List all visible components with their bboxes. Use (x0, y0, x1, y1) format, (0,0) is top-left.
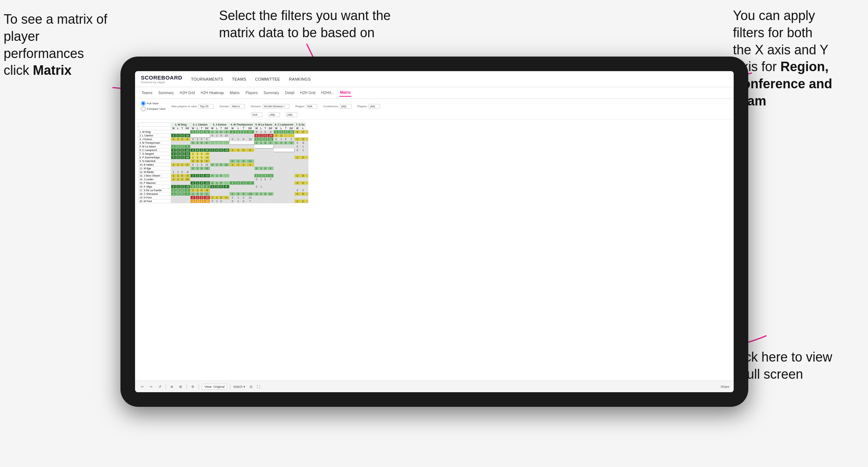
matrix-cell (191, 170, 196, 174)
view-label[interactable]: View: Original (202, 384, 227, 390)
matrix-cell: 2 (300, 138, 306, 141)
matrix-cell: 1 (191, 192, 196, 196)
matrix-cell: 0 (210, 200, 215, 203)
watch-btn[interactable]: Watch ▾ (233, 385, 245, 389)
matrix-cell (180, 181, 184, 185)
matrix-cell: 3 (195, 192, 199, 196)
matrix-cell: 4 (267, 167, 273, 170)
player-name-cell: 5. M La Sasso (138, 145, 171, 148)
tab-summary2[interactable]: Summary (263, 89, 280, 96)
matrix-cell (288, 159, 295, 163)
matrix-cell: 10 (184, 178, 191, 181)
radio-full-view[interactable]: Full View (141, 101, 165, 106)
redo-btn[interactable]: ↪ (148, 384, 154, 389)
max-players-select[interactable]: Top 25 (198, 104, 214, 109)
matrix-cell (236, 174, 241, 178)
radio-compact-view[interactable]: Compact View (141, 107, 165, 111)
matrix-cell: 0 (180, 138, 184, 141)
gender-select[interactable]: Men's (231, 104, 245, 109)
matrix-cell (300, 196, 306, 200)
settings-btn[interactable]: ⚙ (190, 384, 196, 389)
matrix-cell (284, 134, 288, 138)
matrix-cell: 0 (219, 196, 223, 200)
share-btn[interactable]: Share (721, 385, 729, 389)
matrix-cell: 0 (191, 141, 196, 145)
tab-h2h-heatmap[interactable]: H2H Heatmap (200, 89, 224, 96)
matrix-cell: 24 (204, 148, 210, 152)
zoom-btn[interactable]: ⊕ (169, 384, 175, 389)
players-select2[interactable]: (All) (286, 112, 297, 117)
matrix-cell (284, 170, 288, 174)
matrix-cell: 0 (180, 178, 184, 181)
matrix-cell: 2 (279, 134, 283, 138)
matrix-cell: 0 (295, 148, 300, 152)
undo-btn[interactable]: ↩ (139, 384, 145, 389)
matrix-cell (241, 152, 246, 156)
division-select[interactable]: NCAA Division I (262, 104, 289, 109)
conference-select2[interactable]: (All) (268, 112, 280, 117)
region-select2[interactable]: N/A (251, 112, 262, 117)
region-select[interactable]: N/A (306, 104, 317, 109)
matrix-cell (184, 200, 191, 203)
matrix-cell (284, 152, 288, 156)
matrix-cell (273, 156, 279, 159)
matrix-cell (215, 159, 219, 163)
matrix-cell (288, 185, 295, 189)
matrix-cell: -6 (267, 130, 273, 134)
tab-teams[interactable]: Teams (141, 89, 153, 96)
matrix-cell: 0 (191, 138, 196, 141)
matrix-cell: 0 (200, 174, 204, 178)
matrix-area[interactable]: 1. W Ding 2. L Clanton 3. J Koivun 4. M … (135, 120, 734, 381)
conference-select[interactable]: (All) (340, 104, 352, 109)
fit-btn[interactable]: ⊞ (178, 384, 184, 389)
matrix-cell: 0 (241, 192, 246, 196)
matrix-cell: 2 (195, 152, 199, 156)
player-name-cell: 14. J Lundin (138, 178, 171, 181)
tab-matrix1[interactable]: Matrix (229, 89, 240, 96)
tab-h2h-grid[interactable]: H2H Grid (179, 89, 196, 96)
matrix-cell: 0 (200, 167, 204, 170)
layout-btn[interactable]: ⊟ (248, 384, 254, 389)
player-name-cell: 6. C Lamprecht (138, 148, 171, 152)
matrix-cell (241, 178, 246, 181)
matrix-cell: 5 (171, 156, 176, 159)
matrix-cell: 1 (176, 138, 180, 141)
matrix-cell: 11 (246, 159, 254, 163)
tab-summary1[interactable]: Summary (157, 89, 174, 96)
matrix-cell: -7 (246, 181, 254, 185)
matrix-cell (176, 167, 180, 170)
nav-item-committee[interactable]: COMMITTEE (255, 76, 280, 83)
matrix-cell: 1 (259, 185, 263, 189)
tab-h2hh[interactable]: H2HH... (320, 89, 335, 96)
matrix-cell (229, 185, 235, 189)
tab-matrix-active[interactable]: Matrix (339, 89, 352, 97)
matrix-cell: 1 (171, 138, 176, 141)
tab-players[interactable]: Players (245, 89, 258, 96)
matrix-cell (254, 189, 259, 192)
matrix-cell: 5 (184, 145, 191, 148)
matrix-cell: 1 (171, 174, 176, 178)
sub-nav: Teams Summary H2H Grid H2H Heatmap Matri… (135, 87, 734, 99)
matrix-cell: 2 (176, 156, 180, 159)
tab-h2h-grid2[interactable]: H2H Grid (299, 89, 316, 96)
nav-item-rankings[interactable]: RANKINGS (289, 76, 311, 83)
refresh-btn[interactable]: ↺ (157, 384, 163, 389)
matrix-cell (229, 167, 235, 170)
fullscreen-btn[interactable]: ⛶ (257, 385, 260, 389)
matrix-cell (254, 170, 259, 174)
matrix-cell: 2 (195, 185, 199, 189)
players-select[interactable]: (All) (368, 104, 380, 109)
matrix-cell: -20 (204, 196, 210, 200)
matrix-cell (273, 196, 279, 200)
matrix-cell: 0 (229, 138, 235, 141)
nav-item-tournaments[interactable]: TOURNAMENTS (191, 76, 223, 83)
matrix-cell: 4 (195, 148, 199, 152)
matrix-cell (171, 196, 176, 200)
matrix-cell (246, 178, 254, 181)
matrix-cell: 0 (180, 148, 184, 152)
nav-item-teams[interactable]: TEAMS (232, 76, 246, 83)
matrix-cell (295, 152, 300, 156)
tab-detail[interactable]: Detail (284, 89, 295, 96)
toolbar-divider2 (187, 384, 187, 390)
matrix-cell: 1 (176, 185, 180, 189)
